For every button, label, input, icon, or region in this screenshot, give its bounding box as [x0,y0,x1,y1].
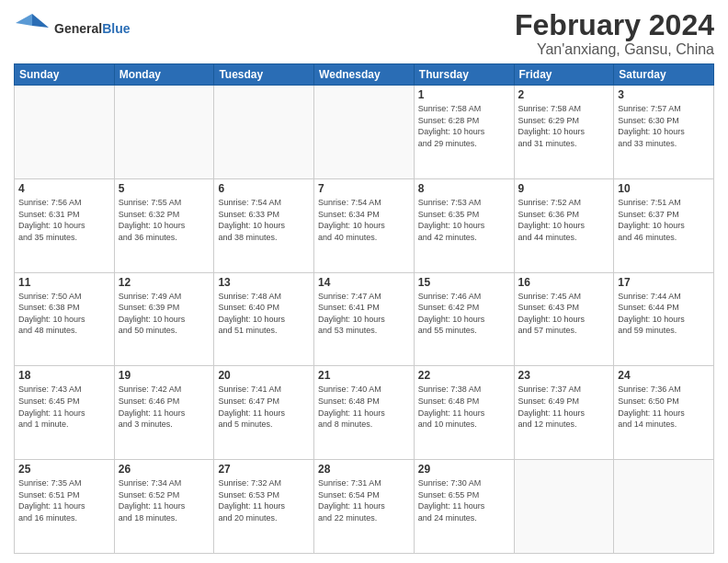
day-number: 17 [618,276,710,289]
header-thursday: Thursday [414,64,514,86]
day-number: 15 [418,276,510,289]
title-section: February 2024 Yan'anxiang, Gansu, China [515,9,714,58]
day-number: 29 [418,463,510,476]
day-info: Sunrise: 7:41 AMSunset: 6:47 PMDaylight:… [218,384,310,430]
calendar-cell: 3Sunrise: 7:57 AMSunset: 6:30 PMDaylight… [614,86,714,179]
header-sunday: Sunday [15,64,115,86]
calendar-cell [214,86,314,179]
month-title: February 2024 [515,9,714,41]
day-info: Sunrise: 7:30 AMSunset: 6:55 PMDaylight:… [418,477,510,523]
calendar-cell: 2Sunrise: 7:58 AMSunset: 6:29 PMDaylight… [514,86,614,179]
day-number: 12 [119,276,210,289]
calendar-cell: 6Sunrise: 7:54 AMSunset: 6:33 PMDaylight… [214,178,314,272]
day-number: 5 [119,182,210,195]
calendar-cell: 1Sunrise: 7:58 AMSunset: 6:28 PMDaylight… [414,86,514,179]
calendar-cell: 14Sunrise: 7:47 AMSunset: 6:41 PMDayligh… [314,272,415,366]
day-number: 25 [18,463,110,476]
header-tuesday: Tuesday [214,64,314,86]
day-number: 8 [418,182,510,195]
day-info: Sunrise: 7:47 AMSunset: 6:41 PMDaylight:… [318,291,410,337]
day-number: 19 [119,369,210,382]
day-info: Sunrise: 7:34 AMSunset: 6:52 PMDaylight:… [119,477,210,523]
calendar-cell: 20Sunrise: 7:41 AMSunset: 6:47 PMDayligh… [214,366,314,460]
calendar-cell: 16Sunrise: 7:45 AMSunset: 6:43 PMDayligh… [514,272,614,366]
calendar-cell: 15Sunrise: 7:46 AMSunset: 6:42 PMDayligh… [414,272,514,366]
day-info: Sunrise: 7:54 AMSunset: 6:34 PMDaylight:… [318,197,410,243]
day-number: 28 [318,463,410,476]
day-info: Sunrise: 7:52 AMSunset: 6:36 PMDaylight:… [518,197,610,243]
calendar-cell [514,460,614,554]
day-info: Sunrise: 7:49 AMSunset: 6:39 PMDaylight:… [119,291,210,337]
calendar-cell: 18Sunrise: 7:43 AMSunset: 6:45 PMDayligh… [15,366,115,460]
calendar-cell: 21Sunrise: 7:40 AMSunset: 6:48 PMDayligh… [314,366,415,460]
calendar-cell: 22Sunrise: 7:38 AMSunset: 6:48 PMDayligh… [414,366,514,460]
calendar-week-row: 18Sunrise: 7:43 AMSunset: 6:45 PMDayligh… [15,366,714,460]
day-number: 18 [18,369,110,382]
day-number: 10 [618,182,710,195]
calendar-cell [614,460,714,554]
day-info: Sunrise: 7:57 AMSunset: 6:30 PMDaylight:… [618,103,710,149]
day-number: 21 [318,369,410,382]
calendar-cell [15,86,115,179]
day-info: Sunrise: 7:48 AMSunset: 6:40 PMDaylight:… [218,291,310,337]
calendar-cell: 27Sunrise: 7:32 AMSunset: 6:53 PMDayligh… [214,460,314,554]
header-friday: Friday [514,64,614,86]
calendar-cell [114,86,214,179]
calendar-cell [314,86,415,179]
day-number: 4 [18,182,110,195]
day-number: 22 [418,369,510,382]
day-info: Sunrise: 7:31 AMSunset: 6:54 PMDaylight:… [318,477,410,523]
calendar-cell: 8Sunrise: 7:53 AMSunset: 6:35 PMDaylight… [414,178,514,272]
day-info: Sunrise: 7:53 AMSunset: 6:35 PMDaylight:… [418,197,510,243]
day-number: 11 [18,276,110,289]
location-title: Yan'anxiang, Gansu, China [515,41,714,58]
day-info: Sunrise: 7:55 AMSunset: 6:32 PMDaylight:… [119,197,210,243]
calendar-cell: 10Sunrise: 7:51 AMSunset: 6:37 PMDayligh… [614,178,714,272]
calendar-cell: 25Sunrise: 7:35 AMSunset: 6:51 PMDayligh… [15,460,115,554]
day-number: 6 [218,182,310,195]
day-info: Sunrise: 7:45 AMSunset: 6:43 PMDaylight:… [518,291,610,337]
header-wednesday: Wednesday [314,64,415,86]
calendar-table: Sunday Monday Tuesday Wednesday Thursday… [14,63,714,554]
day-number: 13 [218,276,310,289]
calendar-week-row: 4Sunrise: 7:56 AMSunset: 6:31 PMDaylight… [15,178,714,272]
header-saturday: Saturday [614,64,714,86]
calendar-cell: 17Sunrise: 7:44 AMSunset: 6:44 PMDayligh… [614,272,714,366]
calendar-cell: 7Sunrise: 7:54 AMSunset: 6:34 PMDaylight… [314,178,415,272]
day-info: Sunrise: 7:43 AMSunset: 6:45 PMDaylight:… [18,384,110,430]
calendar-cell: 28Sunrise: 7:31 AMSunset: 6:54 PMDayligh… [314,460,415,554]
page: GeneralBlue February 2024 Yan'anxiang, G… [0,0,728,563]
day-number: 7 [318,182,410,195]
day-info: Sunrise: 7:58 AMSunset: 6:28 PMDaylight:… [418,103,510,149]
header: GeneralBlue February 2024 Yan'anxiang, G… [14,9,714,58]
calendar-cell: 12Sunrise: 7:49 AMSunset: 6:39 PMDayligh… [114,272,214,366]
day-number: 14 [318,276,410,289]
day-number: 24 [618,369,710,382]
day-info: Sunrise: 7:51 AMSunset: 6:37 PMDaylight:… [618,197,710,243]
day-number: 9 [518,182,610,195]
day-info: Sunrise: 7:50 AMSunset: 6:38 PMDaylight:… [18,291,110,337]
day-info: Sunrise: 7:38 AMSunset: 6:48 PMDaylight:… [418,384,510,430]
calendar-week-row: 11Sunrise: 7:50 AMSunset: 6:38 PMDayligh… [15,272,714,366]
calendar-cell: 19Sunrise: 7:42 AMSunset: 6:46 PMDayligh… [114,366,214,460]
day-info: Sunrise: 7:32 AMSunset: 6:53 PMDaylight:… [218,477,310,523]
day-info: Sunrise: 7:35 AMSunset: 6:51 PMDaylight:… [18,477,110,523]
day-number: 2 [518,88,610,101]
day-number: 3 [618,88,710,101]
calendar-cell: 26Sunrise: 7:34 AMSunset: 6:52 PMDayligh… [114,460,214,554]
day-number: 16 [518,276,610,289]
day-info: Sunrise: 7:58 AMSunset: 6:29 PMDaylight:… [518,103,610,149]
calendar-cell: 29Sunrise: 7:30 AMSunset: 6:55 PMDayligh… [414,460,514,554]
logo-general: General [54,21,102,36]
calendar-cell: 23Sunrise: 7:37 AMSunset: 6:49 PMDayligh… [514,366,614,460]
day-info: Sunrise: 7:40 AMSunset: 6:48 PMDaylight:… [318,384,410,430]
day-info: Sunrise: 7:36 AMSunset: 6:50 PMDaylight:… [618,384,710,430]
day-info: Sunrise: 7:37 AMSunset: 6:49 PMDaylight:… [518,384,610,430]
day-info: Sunrise: 7:44 AMSunset: 6:44 PMDaylight:… [618,291,710,337]
calendar-cell: 5Sunrise: 7:55 AMSunset: 6:32 PMDaylight… [114,178,214,272]
calendar-cell: 24Sunrise: 7:36 AMSunset: 6:50 PMDayligh… [614,366,714,460]
day-info: Sunrise: 7:46 AMSunset: 6:42 PMDaylight:… [418,291,510,337]
svg-marker-0 [32,14,49,28]
weekday-header-row: Sunday Monday Tuesday Wednesday Thursday… [15,64,714,86]
calendar-cell: 11Sunrise: 7:50 AMSunset: 6:38 PMDayligh… [15,272,115,366]
